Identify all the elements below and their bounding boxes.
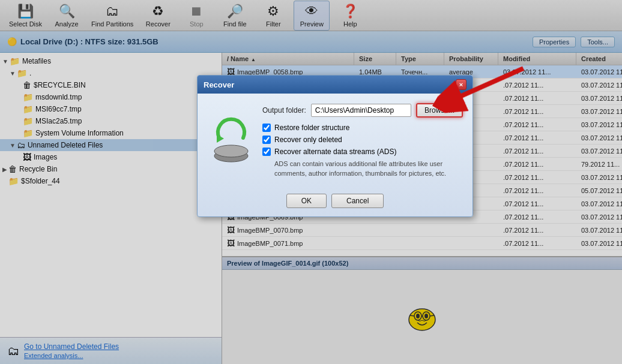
modal-title: Recover bbox=[204, 80, 234, 89]
svg-point-9 bbox=[214, 145, 248, 157]
recover-ads-checkbox[interactable] bbox=[262, 148, 271, 156]
main-layout: ▼ 📁 Metafiles ▼ 📁 . ▶ 🗑 $RECYCLE.BIN ▶ 📁… bbox=[0, 53, 622, 364]
recover-deleted-checkbox[interactable] bbox=[262, 136, 271, 144]
modal-close-button[interactable]: × bbox=[456, 79, 466, 90]
output-folder-input[interactable] bbox=[311, 104, 411, 117]
modal-body: Output folder: Browse... Restore folder … bbox=[198, 94, 473, 188]
output-folder-row: Output folder: Browse... bbox=[262, 103, 463, 118]
restore-structure-label: Restore folder structure bbox=[274, 124, 349, 132]
output-folder-label: Output folder: bbox=[262, 106, 306, 115]
recover-deleted-label: Recover only deleted bbox=[274, 136, 342, 144]
ok-button[interactable]: OK bbox=[286, 194, 327, 208]
ads-info-text: ADS can contain various additional file … bbox=[274, 160, 463, 178]
modal-footer: OK Cancel bbox=[198, 188, 473, 216]
recover-ads-label: Recover alternate data streams (ADS) bbox=[274, 148, 396, 156]
restore-structure-checkbox[interactable] bbox=[262, 124, 271, 132]
recover-ads-row: Recover alternate data streams (ADS) bbox=[262, 148, 463, 156]
modal-titlebar: Recover × bbox=[198, 76, 473, 94]
restore-structure-row: Restore folder structure bbox=[262, 124, 463, 132]
cancel-button[interactable]: Cancel bbox=[331, 194, 384, 208]
modal-form: Output folder: Browse... Restore folder … bbox=[262, 103, 463, 178]
recover-dialog: Recover × Output bbox=[197, 75, 473, 217]
modal-overlay: Recover × Output bbox=[0, 0, 622, 364]
browse-button[interactable]: Browse... bbox=[416, 103, 463, 118]
recover-deleted-row: Recover only deleted bbox=[262, 136, 463, 144]
recovery-logo bbox=[207, 114, 255, 168]
svg-marker-10 bbox=[217, 134, 224, 143]
modal-logo bbox=[207, 103, 255, 178]
